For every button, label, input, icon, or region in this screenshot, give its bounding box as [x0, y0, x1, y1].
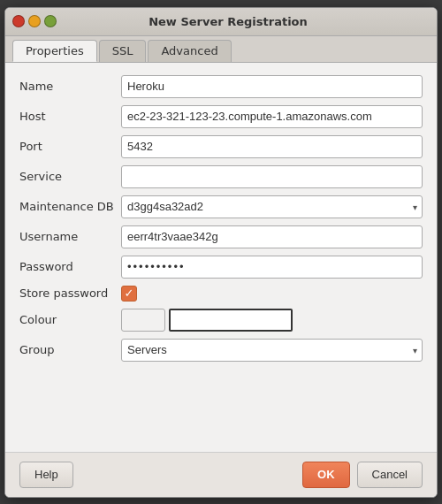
- service-row: Service: [19, 165, 423, 188]
- window-title: New Server Registration: [62, 15, 394, 28]
- password-label: Password: [19, 260, 121, 273]
- colour-row: Colour: [19, 309, 423, 332]
- maximize-button[interactable]: [44, 15, 57, 27]
- help-button[interactable]: Help: [19, 462, 73, 488]
- password-row: Password: [19, 256, 423, 279]
- colour-picker-button[interactable]: [121, 309, 165, 332]
- maintenance-db-label: Maintenance DB: [19, 200, 121, 213]
- ok-cancel-group: OK Cancel: [302, 462, 423, 488]
- tab-properties[interactable]: Properties: [12, 40, 97, 62]
- colour-controls: [121, 309, 293, 332]
- tab-bar: Properties SSL Advanced: [5, 36, 437, 63]
- group-wrapper: Servers Local Remote ▾: [121, 339, 423, 362]
- checkmark-icon: ✓: [125, 287, 134, 299]
- store-password-row: Store password ✓: [19, 286, 423, 302]
- content-spacer: [19, 369, 423, 439]
- tab-ssl[interactable]: SSL: [99, 40, 147, 62]
- username-input[interactable]: [121, 225, 423, 248]
- maintenance-db-wrapper: d3gg4sa32ad2 ▾: [121, 195, 423, 218]
- titlebar: New Server Registration: [5, 8, 437, 36]
- username-label: Username: [19, 230, 121, 243]
- name-row: Name: [19, 75, 423, 98]
- ok-button[interactable]: OK: [302, 462, 350, 488]
- button-bar: Help OK Cancel: [5, 452, 437, 497]
- name-input[interactable]: [121, 75, 423, 98]
- port-label: Port: [19, 140, 121, 153]
- port-row: Port: [19, 135, 423, 158]
- maintenance-db-row: Maintenance DB d3gg4sa32ad2 ▾: [19, 195, 423, 218]
- group-row: Group Servers Local Remote ▾: [19, 339, 423, 362]
- maintenance-db-select[interactable]: d3gg4sa32ad2: [121, 195, 423, 218]
- tab-advanced[interactable]: Advanced: [148, 40, 231, 62]
- username-row: Username: [19, 225, 423, 248]
- store-password-label: Store password: [19, 286, 121, 300]
- window-controls: [12, 15, 57, 27]
- port-input[interactable]: [121, 135, 423, 158]
- close-button[interactable]: [12, 15, 25, 27]
- host-input[interactable]: [121, 105, 423, 128]
- colour-swatch[interactable]: [169, 309, 293, 332]
- store-password-checkbox[interactable]: ✓: [121, 286, 137, 302]
- colour-label: Colour: [19, 313, 121, 326]
- group-select[interactable]: Servers Local Remote: [121, 339, 423, 362]
- host-label: Host: [19, 110, 121, 123]
- form-content: Name Host Port Service Maintenance DB d3…: [5, 63, 437, 452]
- minimize-button[interactable]: [28, 15, 41, 27]
- cancel-button[interactable]: Cancel: [357, 462, 423, 488]
- group-label: Group: [19, 343, 121, 356]
- password-input[interactable]: [121, 256, 423, 279]
- host-row: Host: [19, 105, 423, 128]
- service-input[interactable]: [121, 165, 423, 188]
- dialog-window: New Server Registration Properties SSL A…: [4, 7, 438, 498]
- name-label: Name: [19, 80, 121, 93]
- service-label: Service: [19, 170, 121, 183]
